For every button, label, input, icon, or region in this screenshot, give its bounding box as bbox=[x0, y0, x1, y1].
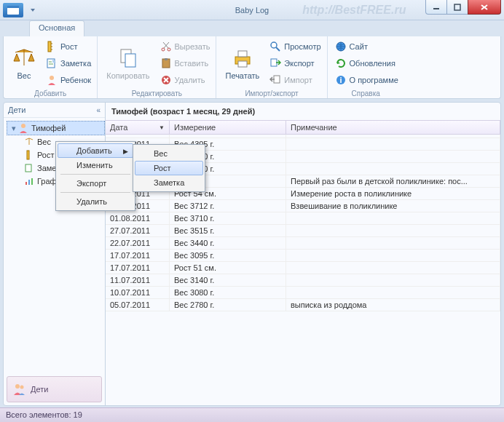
ctx-add[interactable]: Добавить ▶ Вес Рост Заметка bbox=[58, 143, 133, 158]
svg-line-18 bbox=[164, 42, 169, 48]
sidebar-footer-children[interactable]: Дети bbox=[7, 376, 102, 402]
cell-note bbox=[286, 151, 500, 162]
svg-rect-26 bbox=[238, 51, 247, 57]
cell-measure: Вес 3140 г. bbox=[170, 274, 286, 286]
magnifier-icon bbox=[269, 41, 281, 52]
scale-icon bbox=[24, 137, 34, 147]
add-note-button[interactable]: Заметка bbox=[43, 57, 94, 70]
ctx-sub-weight[interactable]: Вес bbox=[135, 146, 203, 161]
add-child-button[interactable]: Ребенок bbox=[43, 73, 94, 87]
table-row[interactable]: 17.07.2011Рост 51 см. bbox=[106, 262, 500, 274]
note-icon bbox=[46, 57, 58, 69]
export-icon bbox=[269, 57, 281, 69]
cell-note bbox=[286, 287, 500, 298]
cell-note bbox=[286, 163, 500, 175]
label: Вес bbox=[17, 71, 31, 80]
ctx-export[interactable]: Экспорт bbox=[58, 176, 133, 191]
svg-point-16 bbox=[162, 48, 165, 51]
delete-button[interactable]: Удалить bbox=[157, 73, 213, 87]
svg-rect-15 bbox=[125, 54, 135, 67]
col-measure[interactable]: Измерение bbox=[170, 121, 286, 134]
view-button[interactable]: Просмотр bbox=[267, 40, 323, 53]
note-icon bbox=[24, 163, 34, 173]
ctx-sub-note[interactable]: Заметка bbox=[135, 175, 203, 190]
ribbon-group-add: Вес Рост Заметка Ребенок Добавить bbox=[4, 36, 98, 98]
children-icon bbox=[13, 383, 26, 396]
svg-rect-31 bbox=[274, 76, 280, 83]
svg-point-28 bbox=[271, 42, 277, 48]
paste-button[interactable]: Вставить bbox=[157, 57, 213, 70]
group-label: Импорт/экспорт bbox=[216, 89, 326, 97]
paste-icon bbox=[160, 57, 172, 69]
svg-rect-27 bbox=[238, 61, 247, 67]
table-row[interactable]: 02.08.2011Вес 3712 г.Взвешивание в полик… bbox=[106, 200, 500, 212]
chart-icon bbox=[24, 176, 34, 186]
svg-point-41 bbox=[15, 384, 20, 389]
cell-note bbox=[286, 135, 500, 138]
ctx-sub-height[interactable]: Рост bbox=[135, 161, 203, 175]
globe-icon bbox=[335, 41, 347, 52]
table-row[interactable]: 22.07.2011Вес 3440 г. bbox=[106, 237, 500, 250]
updates-button[interactable]: Обновления bbox=[332, 57, 401, 70]
group-label: Справка bbox=[328, 89, 404, 97]
add-weight-button[interactable]: Вес bbox=[7, 38, 42, 88]
svg-rect-21 bbox=[165, 58, 168, 60]
group-label: Редактировать bbox=[98, 89, 216, 97]
collapse-icon[interactable]: « bbox=[96, 106, 101, 114]
table-row[interactable]: 05.07.2011Вес 2780 г.выписка из роддома bbox=[106, 299, 500, 311]
table-row[interactable]: 17.07.2011Вес 3095 г. bbox=[106, 250, 500, 262]
add-height-button[interactable]: Рост bbox=[43, 40, 94, 53]
maximize-button[interactable] bbox=[446, 0, 468, 15]
copy-button[interactable]: Копировать bbox=[101, 38, 155, 88]
sidebar-title: Дети bbox=[8, 106, 25, 114]
cell-measure: Рост 51 см. bbox=[170, 262, 286, 274]
ruler-icon bbox=[46, 41, 58, 52]
cell-date: 22.07.2011 bbox=[106, 237, 170, 249]
title-bar: Baby Log http://BestFREE.ru bbox=[0, 0, 504, 20]
cell-measure bbox=[170, 135, 286, 138]
svg-point-42 bbox=[20, 386, 24, 389]
svg-text:i: i bbox=[339, 76, 342, 84]
cell-note bbox=[286, 225, 500, 236]
tab-main[interactable]: Основная bbox=[29, 20, 84, 36]
cut-button[interactable]: Вырезать bbox=[157, 40, 213, 53]
col-date[interactable]: Дата▼ bbox=[106, 121, 170, 134]
site-button[interactable]: Сайт bbox=[332, 40, 401, 53]
minimize-button[interactable] bbox=[425, 0, 447, 15]
print-button[interactable]: Печатать bbox=[219, 38, 265, 88]
svg-rect-1 bbox=[7, 6, 19, 8]
quick-access-dropdown[interactable] bbox=[31, 7, 38, 14]
cell-measure: Вес 3080 г. bbox=[170, 287, 286, 298]
cell-measure: Вес 3440 г. bbox=[170, 237, 286, 249]
cell-date: 11.07.2011 bbox=[106, 274, 170, 286]
svg-point-35 bbox=[21, 124, 25, 128]
ruler-icon bbox=[24, 150, 34, 160]
cell-note bbox=[286, 138, 500, 150]
ctx-edit[interactable]: Изменить bbox=[58, 158, 133, 172]
status-bar: Всего элементов: 19 bbox=[0, 407, 504, 422]
table-row[interactable]: 10.07.2011Вес 3080 г. bbox=[106, 287, 500, 299]
app-icon[interactable] bbox=[3, 3, 23, 17]
cell-note bbox=[286, 250, 500, 261]
table-row[interactable]: 27.07.2011Вес 3515 г. bbox=[106, 225, 500, 237]
about-button[interactable]: iО программе bbox=[332, 73, 401, 87]
cell-measure: Вес 3095 г. bbox=[170, 250, 286, 261]
ribbon-group-help: Сайт Обновления iО программе Справка bbox=[328, 36, 404, 98]
scissors-icon bbox=[160, 41, 172, 52]
tree-child[interactable]: ▾ Тимофей bbox=[7, 121, 105, 135]
import-button[interactable]: Импорт bbox=[267, 73, 323, 87]
svg-rect-36 bbox=[27, 151, 29, 159]
cell-note bbox=[286, 262, 500, 274]
child-icon bbox=[46, 74, 58, 86]
cell-date: 10.07.2011 bbox=[106, 287, 170, 298]
separator bbox=[60, 174, 130, 175]
close-button[interactable] bbox=[468, 0, 501, 15]
table-row[interactable]: 11.07.2011Вес 3140 г. bbox=[106, 274, 500, 287]
child-icon bbox=[18, 123, 28, 133]
col-note[interactable]: Примечание bbox=[286, 121, 500, 134]
cell-note: Первый раз были в детской поликлинике: п… bbox=[286, 175, 500, 187]
export-button[interactable]: Экспорт bbox=[267, 57, 323, 70]
table-row[interactable]: 01.08.2011Вес 3710 г. bbox=[106, 212, 500, 225]
ribbon: Вес Рост Заметка Ребенок Добавить Копиро… bbox=[3, 36, 501, 99]
ctx-delete[interactable]: Удалить bbox=[58, 194, 133, 209]
